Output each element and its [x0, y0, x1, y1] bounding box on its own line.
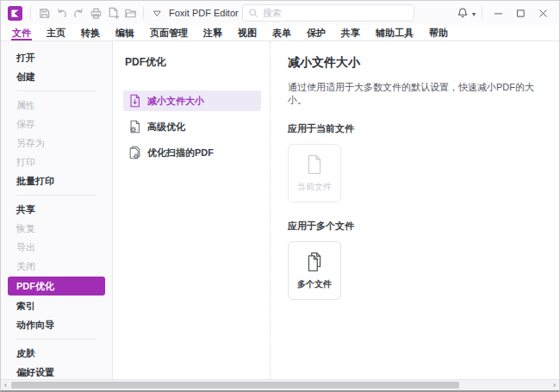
current-file-card: 当前文件 [288, 144, 341, 202]
panel-item-label: 减小文件大小 [147, 95, 204, 108]
open-folder-icon[interactable] [121, 4, 139, 22]
optimize-scanned-pdf-icon [128, 146, 141, 159]
minimize-icon[interactable] [487, 3, 509, 22]
titlebar-right-controls: ▾ [454, 1, 554, 25]
content-title: 减小文件大小 [288, 55, 542, 71]
sidebar-item-close: 关闭 [1, 257, 112, 276]
menu-item-help[interactable]: 帮助 [421, 25, 456, 40]
title-bar: Foxit PDF Editor ▾ [1, 1, 559, 25]
close-icon[interactable] [532, 3, 554, 22]
menu-item-page-management[interactable]: 页面管理 [142, 25, 196, 40]
toolbar-separator [30, 7, 31, 19]
menu-item-edit[interactable]: 编辑 [108, 25, 142, 40]
reduce-file-size-content: 减小文件大小 通过使用适用于大多数文件的默认设置，快速减小PDF的大小。 应用于… [271, 41, 559, 379]
menu-item-protect[interactable]: 保护 [299, 25, 333, 40]
section-label-current-file: 应用于当前文件 [288, 122, 542, 135]
sidebar-item-batch-print[interactable]: 批量打印 [1, 171, 112, 190]
toolbar-separator [143, 7, 144, 19]
redo-icon[interactable] [70, 4, 87, 22]
sidebar-item-open[interactable]: 打开 [1, 48, 112, 67]
print-icon[interactable] [87, 4, 104, 22]
panel-item-advanced-optimization[interactable]: 高级优化 [123, 116, 261, 137]
foxit-logo[interactable] [8, 6, 22, 21]
content-description: 通过使用适用于大多数文件的默认设置，快速减小PDF的大小。 [288, 81, 542, 107]
sidebar-item-skin[interactable]: 皮肤 [1, 344, 112, 363]
search-input[interactable] [263, 8, 408, 18]
pdf-optimize-panel: PDF优化 减小文件大小 高级优化 优化扫描的PDF [113, 41, 271, 379]
sidebar-item-save-as: 另存为 [1, 134, 112, 152]
menu-bar: 文件 主页 转换 编辑 页面管理 注释 视图 表单 保护 共享 辅助工具 帮助 [1, 25, 559, 41]
search-icon [248, 8, 258, 18]
sidebar-item-properties: 属性 [1, 96, 112, 115]
undo-icon[interactable] [53, 4, 70, 22]
menu-item-view[interactable]: 视图 [230, 25, 264, 40]
advanced-optimize-icon [128, 120, 141, 134]
bell-dropdown-caret-icon[interactable]: ▾ [472, 10, 476, 18]
panel-item-optimize-scanned-pdf[interactable]: 优化扫描的PDF [123, 142, 261, 163]
multiple-files-card[interactable]: 多个文件 [288, 241, 341, 300]
backstage-body: 打开 创建 属性 保存 另存为 打印 批量打印 共享 恢复 导出 关闭 PDF优… [1, 41, 559, 379]
file-menu-sidebar: 打开 创建 属性 保存 另存为 打印 批量打印 共享 恢复 导出 关闭 PDF优… [1, 41, 113, 379]
scroll-left-arrow-icon[interactable]: ‹ [1, 380, 10, 391]
menu-item-accessibility[interactable]: 辅助工具 [368, 25, 421, 40]
sidebar-item-preferences[interactable]: 偏好设置 [1, 363, 112, 379]
app-title: Foxit PDF Editor [169, 8, 239, 18]
sidebar-item-action-wizard[interactable]: 动作向导 [1, 315, 112, 334]
sidebar-item-revert: 恢复 [1, 219, 112, 238]
sidebar-divider [16, 90, 96, 91]
panel-item-label: 优化扫描的PDF [147, 146, 214, 159]
search-box[interactable] [242, 4, 414, 22]
sidebar-item-index[interactable]: 索引 [1, 296, 112, 315]
sidebar-item-save: 保存 [1, 115, 112, 134]
section-label-multiple-files: 应用于多个文件 [288, 220, 542, 233]
sidebar-item-create[interactable]: 创建 [1, 67, 112, 86]
menu-item-convert[interactable]: 转换 [73, 25, 108, 40]
sidebar-divider [16, 195, 96, 196]
toolbar-separator [482, 7, 482, 19]
horizontal-scrollbar[interactable]: ‹ › [1, 379, 559, 390]
sidebar-divider [16, 339, 96, 339]
sidebar-item-pdf-optimize[interactable]: PDF优化 [8, 277, 105, 296]
single-file-icon [306, 154, 323, 175]
menu-item-comment[interactable]: 注释 [196, 25, 230, 40]
scrollbar-thumb[interactable] [11, 382, 459, 389]
menu-item-file[interactable]: 文件 [4, 25, 39, 40]
multiple-files-icon [306, 252, 323, 272]
panel-item-reduce-file-size[interactable]: 减小文件大小 [123, 90, 261, 111]
sidebar-item-print: 打印 [1, 152, 112, 171]
sidebar-item-share[interactable]: 共享 [1, 200, 112, 219]
compress-file-icon [128, 94, 141, 108]
bell-icon[interactable] [454, 3, 471, 22]
maximize-icon[interactable] [509, 3, 532, 22]
scroll-right-arrow-icon[interactable]: › [550, 380, 559, 391]
new-document-icon[interactable] [104, 4, 121, 22]
card-label: 多个文件 [297, 278, 332, 290]
menu-item-form[interactable]: 表单 [264, 25, 299, 40]
menu-item-share[interactable]: 共享 [333, 25, 368, 40]
panel-title: PDF优化 [125, 55, 261, 70]
app-window: Foxit PDF Editor ▾ 文件 主页 转换 编辑 [0, 0, 560, 392]
sidebar-item-export: 导出 [1, 238, 112, 257]
panel-item-label: 高级优化 [147, 121, 185, 134]
save-icon[interactable] [35, 4, 53, 22]
menu-item-home[interactable]: 主页 [39, 25, 73, 40]
card-label: 当前文件 [297, 181, 332, 193]
quick-access-chevron-icon[interactable] [148, 4, 165, 22]
